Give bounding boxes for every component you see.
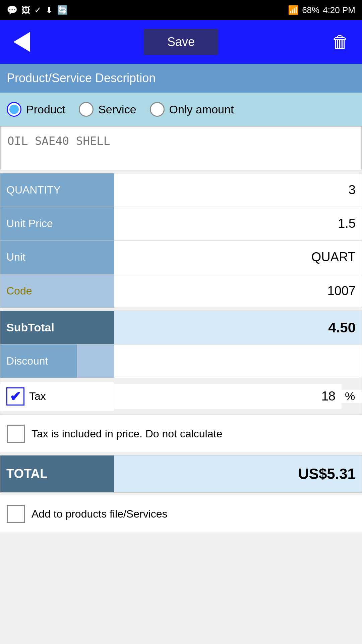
radio-product-circle[interactable] <box>7 102 21 117</box>
whatsapp-icon: 💬 <box>7 5 17 15</box>
tax-label: Tax <box>29 390 46 402</box>
quantity-input[interactable] <box>120 183 356 197</box>
tax-included-checkbox[interactable] <box>7 425 25 443</box>
total-row: TOTAL US$5.31 <box>0 455 362 492</box>
save-button[interactable]: Save <box>144 29 218 55</box>
status-bar: 💬 🖼 ✓ ⬇ 🔄 📶 68% 4:20 PM <box>0 0 362 20</box>
header: Save 🗑 <box>0 20 362 64</box>
tax-included-row: Tax is included in price. Do not calcula… <box>0 415 362 452</box>
tax-percent: % <box>342 390 362 403</box>
subtotal-label: SubTotal <box>0 311 114 344</box>
description-input[interactable] <box>1 127 361 168</box>
quantity-row: QUANTITY <box>0 173 362 207</box>
delete-button[interactable]: 🗑 <box>325 27 355 57</box>
download-icon: ⬇ <box>46 5 53 15</box>
section-header: Product/Service Description <box>0 64 362 93</box>
add-products-label: Add to products file/Services <box>32 508 168 520</box>
unit-row: Unit <box>0 240 362 274</box>
tax-value-cell <box>114 384 342 409</box>
code-value-cell <box>114 274 362 308</box>
radio-only-amount-circle[interactable] <box>150 102 165 117</box>
discount-pct-cell <box>77 344 114 378</box>
tax-checkbox[interactable]: ✔ <box>6 387 24 406</box>
total-label: TOTAL <box>0 455 114 492</box>
subtotal-row: SubTotal 4.50 <box>0 311 362 344</box>
radio-service[interactable]: Service <box>79 102 136 117</box>
total-section: TOTAL US$5.31 <box>0 455 362 493</box>
radio-options-row: Product Service Only amount <box>0 93 362 126</box>
image-icon: 🖼 <box>21 5 30 15</box>
wifi-icon: 📶 <box>288 5 299 15</box>
add-products-row: Add to products file/Services <box>0 495 362 532</box>
unit-price-row: Unit Price <box>0 207 362 240</box>
status-right: 📶 68% 4:20 PM <box>288 5 355 15</box>
radio-product-dot <box>9 105 19 114</box>
back-arrow-icon <box>13 32 30 52</box>
fields-table: QUANTITY Unit Price Unit Code <box>0 173 362 308</box>
unit-price-input[interactable] <box>120 216 356 231</box>
tax-row: ✔ Tax % <box>0 378 362 415</box>
tax-check-container: ✔ Tax <box>0 382 114 411</box>
battery-level: 68% <box>302 5 319 15</box>
radio-service-label: Service <box>98 103 136 116</box>
total-value: US$5.31 <box>114 455 362 492</box>
radio-service-circle[interactable] <box>79 102 94 117</box>
radio-product[interactable]: Product <box>7 102 65 117</box>
section-title: Product/Service Description <box>7 71 156 85</box>
discount-input[interactable] <box>120 355 356 368</box>
time: 4:20 PM <box>323 5 355 15</box>
back-button[interactable] <box>7 27 37 57</box>
discount-row: Discount <box>0 344 362 378</box>
unit-label: Unit <box>0 240 114 274</box>
status-icons: 💬 🖼 ✓ ⬇ 🔄 <box>7 5 68 15</box>
calculations-section: SubTotal 4.50 Discount ✔ Tax % <box>0 311 362 415</box>
radio-product-label: Product <box>26 103 65 116</box>
quantity-value-cell <box>114 173 362 207</box>
radio-only-amount-label: Only amount <box>169 103 234 116</box>
trash-icon: 🗑 <box>331 32 349 52</box>
add-products-checkbox[interactable] <box>7 505 25 523</box>
code-input[interactable] <box>120 284 356 298</box>
code-label: Code <box>0 274 114 308</box>
unit-price-label: Unit Price <box>0 207 114 240</box>
tax-input[interactable] <box>120 389 336 404</box>
radio-only-amount[interactable]: Only amount <box>150 102 234 117</box>
check-icon: ✓ <box>34 5 42 15</box>
sync-icon: 🔄 <box>57 5 68 15</box>
description-container <box>0 126 362 170</box>
discount-value-cell <box>114 344 362 378</box>
unit-input[interactable] <box>120 250 356 264</box>
quantity-label: QUANTITY <box>0 173 114 207</box>
unit-value-cell <box>114 240 362 274</box>
discount-label: Discount <box>0 344 77 378</box>
code-row: Code <box>0 274 362 308</box>
unit-price-value-cell <box>114 207 362 240</box>
tax-included-label: Tax is included in price. Do not calcula… <box>32 428 222 440</box>
tax-check-icon: ✔ <box>10 390 21 403</box>
subtotal-value: 4.50 <box>114 311 362 344</box>
